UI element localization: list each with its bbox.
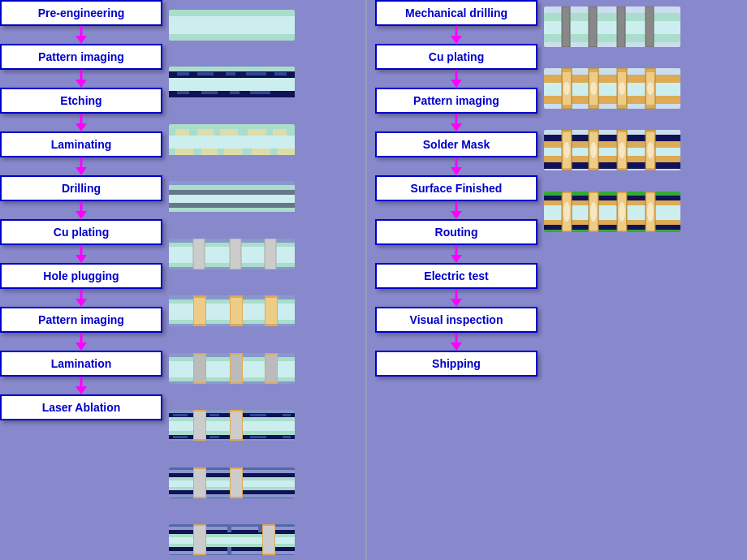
- svg-rect-49: [169, 185, 295, 190]
- step-row-mechanical-drilling: Mechanical drilling: [375, 0, 538, 26]
- svg-rect-125: [227, 547, 231, 555]
- svg-point-167: [619, 82, 625, 95]
- svg-marker-132: [451, 80, 462, 88]
- step-shipping: Shipping: [375, 351, 538, 377]
- svg-rect-27: [246, 72, 266, 75]
- svg-point-186: [647, 142, 654, 158]
- thumb-cu-plating-right: [544, 67, 680, 110]
- svg-marker-9: [76, 211, 87, 219]
- step-pattern-imaging-2: Pattern imaging: [0, 307, 162, 333]
- left-steps-col: Pre-engineering Pattern imaging Et: [0, 0, 162, 560]
- svg-rect-41: [266, 129, 273, 136]
- arrow-icon-r3: [448, 114, 464, 131]
- svg-rect-95: [209, 414, 219, 416]
- pcb-thumb-pre-engineering: [169, 10, 295, 41]
- svg-rect-31: [230, 91, 240, 94]
- thumb-mechanical-drilling: [544, 5, 680, 49]
- step-visual-inspection: Visual inspection: [375, 307, 538, 333]
- thumb-drilling: [169, 234, 295, 274]
- thumb-hole-plugging: [169, 348, 295, 389]
- arrow-icon-r4: [448, 157, 464, 175]
- svg-rect-62: [265, 239, 276, 269]
- step-cu-plating-right: Cu plating: [375, 44, 538, 70]
- svg-rect-98: [173, 436, 188, 438]
- svg-marker-142: [451, 299, 462, 307]
- svg-rect-58: [193, 239, 205, 269]
- svg-rect-26: [226, 72, 235, 75]
- step-surface-finished: Surface Finished: [375, 175, 538, 201]
- step-row-pattern-imaging-1: Pattern imaging: [0, 44, 162, 70]
- svg-rect-50: [169, 190, 295, 195]
- step-pre-engineering: Pre-engineering: [0, 0, 162, 26]
- arrow-icon-1: [73, 26, 89, 44]
- svg-rect-45: [218, 149, 224, 155]
- step-row-pattern-imaging-right: Pattern imaging: [375, 88, 538, 114]
- pcb-thumb-mechanical-drilling: [544, 6, 680, 47]
- svg-rect-53: [169, 208, 295, 212]
- right-thumbs-col: [544, 0, 680, 560]
- svg-marker-3: [76, 80, 87, 88]
- svg-rect-79: [194, 355, 205, 382]
- svg-rect-121: [169, 551, 295, 554]
- svg-rect-99: [209, 436, 219, 438]
- pcb-thumb-lamination: [169, 467, 295, 498]
- svg-marker-15: [76, 342, 87, 351]
- svg-rect-152: [646, 6, 654, 47]
- thumb-pattern-imaging-2: [169, 405, 295, 446]
- step-electric-test: Electric test: [375, 263, 538, 289]
- left-section: Pre-engineering Pattern imaging Et: [0, 0, 365, 560]
- svg-rect-40: [238, 129, 248, 136]
- svg-rect-123: [194, 526, 205, 554]
- svg-point-195: [563, 202, 570, 222]
- svg-marker-144: [451, 342, 462, 351]
- svg-rect-30: [201, 91, 218, 94]
- step-row-electric-test: Electric test: [375, 263, 538, 289]
- svg-rect-52: [169, 203, 295, 208]
- svg-rect-91: [194, 411, 205, 439]
- svg-point-180: [590, 142, 597, 158]
- svg-rect-29: [177, 91, 189, 94]
- svg-point-177: [563, 142, 570, 158]
- arrow-icon-8: [73, 333, 89, 351]
- svg-rect-124: [227, 524, 231, 532]
- svg-rect-44: [193, 149, 201, 155]
- arrow-icon-2: [73, 70, 89, 88]
- right-steps-col: Mechanical drilling Cu plating Pat: [375, 0, 538, 560]
- pcb-thumb-drilling: [169, 239, 295, 269]
- step-cu-plating-left: Cu plating: [0, 219, 162, 245]
- svg-rect-81: [231, 355, 242, 382]
- thumb-pattern-imaging-1: [169, 62, 295, 102]
- thumb-pre-engineering: [169, 5, 295, 45]
- step-mechanical-drilling: Mechanical drilling: [375, 0, 538, 26]
- svg-rect-69: [194, 298, 205, 324]
- right-section: Mechanical drilling Cu plating Pat: [365, 0, 747, 560]
- svg-rect-32: [250, 91, 270, 94]
- arrow-icon-9: [73, 377, 89, 394]
- svg-rect-71: [231, 298, 242, 324]
- thumb-laser-ablation: [169, 519, 295, 560]
- pcb-thumb-pattern-imaging-right: [544, 130, 680, 170]
- svg-rect-150: [589, 6, 597, 47]
- thumb-lamination: [169, 463, 295, 503]
- svg-marker-11: [76, 255, 87, 263]
- thumb-laminating: [169, 176, 295, 217]
- arrow-icon-r5: [448, 201, 464, 219]
- svg-rect-51: [169, 195, 295, 203]
- svg-rect-39: [214, 129, 220, 136]
- pcb-thumb-pattern-imaging-2: [169, 410, 295, 441]
- svg-rect-118: [169, 537, 295, 544]
- svg-rect-73: [266, 298, 277, 324]
- arrow-icon-7: [73, 289, 89, 307]
- step-pattern-imaging-1: Pattern imaging: [0, 44, 162, 70]
- svg-rect-24: [177, 72, 189, 75]
- svg-rect-60: [230, 239, 241, 269]
- svg-point-168: [647, 82, 654, 95]
- step-row-surface-finished: Surface Finished: [375, 175, 538, 201]
- arrow-icon-r1: [448, 26, 464, 44]
- svg-rect-100: [250, 436, 266, 438]
- svg-rect-28: [274, 72, 287, 75]
- thumb-cu-plating-left: [169, 291, 295, 331]
- step-row-pre-engineering: Pre-engineering: [0, 0, 162, 26]
- svg-marker-134: [451, 123, 462, 131]
- main-layout: Pre-engineering Pattern imaging Et: [0, 0, 747, 560]
